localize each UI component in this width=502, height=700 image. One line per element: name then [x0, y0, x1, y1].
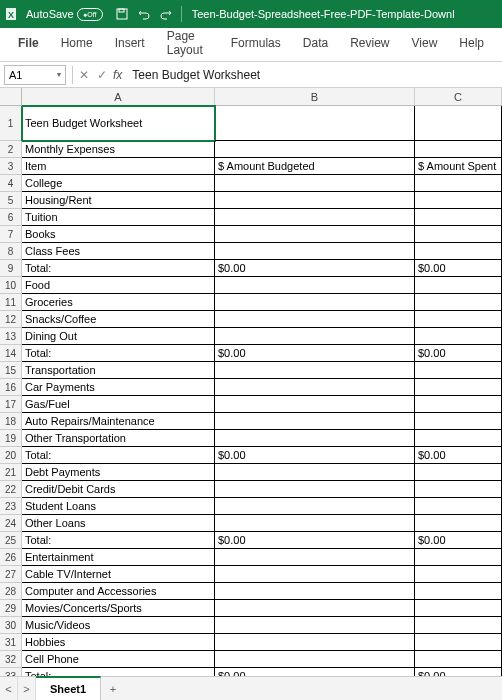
cell[interactable] [415, 175, 502, 192]
cell[interactable] [215, 515, 415, 532]
cell[interactable] [415, 226, 502, 243]
fx-icon[interactable]: fx [113, 68, 122, 82]
cell[interactable] [215, 566, 415, 583]
row-header[interactable]: 16 [0, 379, 22, 396]
cell[interactable] [215, 464, 415, 481]
cell[interactable] [215, 396, 415, 413]
cell[interactable]: $0.00 [215, 345, 415, 362]
enter-icon[interactable]: ✓ [93, 66, 111, 84]
cell[interactable]: Books [22, 226, 215, 243]
row-header[interactable]: 10 [0, 277, 22, 294]
col-header-c[interactable]: C [415, 88, 502, 105]
row-header[interactable]: 28 [0, 583, 22, 600]
cell[interactable]: Movies/Concerts/Sports [22, 600, 215, 617]
cell[interactable] [415, 481, 502, 498]
row-header[interactable]: 2 [0, 141, 22, 158]
row-header[interactable]: 25 [0, 532, 22, 549]
cell[interactable] [215, 600, 415, 617]
cell[interactable]: $ Amount Spent [415, 158, 502, 175]
add-sheet-icon[interactable]: + [101, 683, 125, 695]
cell[interactable]: $0.00 [215, 447, 415, 464]
cell[interactable] [415, 209, 502, 226]
cell[interactable] [415, 583, 502, 600]
cell[interactable] [215, 481, 415, 498]
cell[interactable] [415, 243, 502, 260]
select-all-corner[interactable] [0, 88, 22, 106]
save-icon[interactable] [113, 5, 131, 23]
cell[interactable] [415, 549, 502, 566]
col-header-a[interactable]: A [22, 88, 215, 105]
row-header[interactable]: 32 [0, 651, 22, 668]
row-header[interactable]: 26 [0, 549, 22, 566]
sheet-tab[interactable]: Sheet1 [36, 676, 101, 700]
row-header[interactable]: 24 [0, 515, 22, 532]
cell[interactable]: Total: [22, 345, 215, 362]
row-header[interactable]: 11 [0, 294, 22, 311]
row-header[interactable]: 5 [0, 192, 22, 209]
tab-view[interactable]: View [402, 30, 448, 56]
row-header[interactable]: 31 [0, 634, 22, 651]
row-header[interactable]: 29 [0, 600, 22, 617]
row-header[interactable]: 18 [0, 413, 22, 430]
cancel-icon[interactable]: ✕ [75, 66, 93, 84]
cell[interactable] [415, 192, 502, 209]
row-header[interactable]: 15 [0, 362, 22, 379]
cell[interactable]: Total: [22, 447, 215, 464]
cell[interactable]: Dining Out [22, 328, 215, 345]
cell[interactable] [215, 192, 415, 209]
row-header[interactable]: 30 [0, 617, 22, 634]
cell[interactable] [415, 277, 502, 294]
cell[interactable] [215, 379, 415, 396]
row-header[interactable]: 4 [0, 175, 22, 192]
row-header[interactable]: 21 [0, 464, 22, 481]
cell[interactable] [415, 311, 502, 328]
cell[interactable]: Credit/Debit Cards [22, 481, 215, 498]
cell[interactable] [215, 617, 415, 634]
cell[interactable]: Computer and Accessories [22, 583, 215, 600]
cell[interactable] [215, 413, 415, 430]
cell[interactable] [415, 634, 502, 651]
row-header[interactable]: 12 [0, 311, 22, 328]
cell[interactable] [415, 106, 502, 141]
cell[interactable] [415, 430, 502, 447]
cell[interactable]: Total: [22, 260, 215, 277]
tab-review[interactable]: Review [340, 30, 399, 56]
cell[interactable] [215, 106, 415, 141]
tab-page-layout[interactable]: Page Layout [157, 23, 219, 63]
row-header[interactable]: 19 [0, 430, 22, 447]
cell[interactable]: $0.00 [215, 260, 415, 277]
cell[interactable] [415, 141, 502, 158]
cell[interactable] [215, 328, 415, 345]
autosave-toggle[interactable]: AutoSave ● Off [26, 8, 103, 21]
formula-input[interactable]: Teen Budget Worksheet [126, 68, 502, 82]
cell[interactable]: Debt Payments [22, 464, 215, 481]
cell[interactable] [215, 175, 415, 192]
cell[interactable] [215, 226, 415, 243]
row-header[interactable]: 8 [0, 243, 22, 260]
cell[interactable] [415, 566, 502, 583]
tab-file[interactable]: File [8, 30, 49, 56]
cell[interactable] [415, 464, 502, 481]
cell[interactable] [215, 141, 415, 158]
cell[interactable] [215, 430, 415, 447]
cell[interactable]: Car Payments [22, 379, 215, 396]
cell[interactable]: Student Loans [22, 498, 215, 515]
row-header[interactable]: 20 [0, 447, 22, 464]
row-header[interactable]: 17 [0, 396, 22, 413]
cell[interactable] [215, 209, 415, 226]
cell[interactable] [415, 651, 502, 668]
cell[interactable] [215, 583, 415, 600]
cell[interactable]: Item [22, 158, 215, 175]
tab-insert[interactable]: Insert [105, 30, 155, 56]
row-header[interactable]: 23 [0, 498, 22, 515]
row-header[interactable]: 9 [0, 260, 22, 277]
cell[interactable] [215, 277, 415, 294]
cell[interactable] [415, 379, 502, 396]
cell[interactable] [415, 328, 502, 345]
row-header[interactable]: 22 [0, 481, 22, 498]
cell[interactable]: Entertainment [22, 549, 215, 566]
tab-data[interactable]: Data [293, 30, 338, 56]
row-header[interactable]: 14 [0, 345, 22, 362]
row-header[interactable]: 13 [0, 328, 22, 345]
cell[interactable] [215, 294, 415, 311]
